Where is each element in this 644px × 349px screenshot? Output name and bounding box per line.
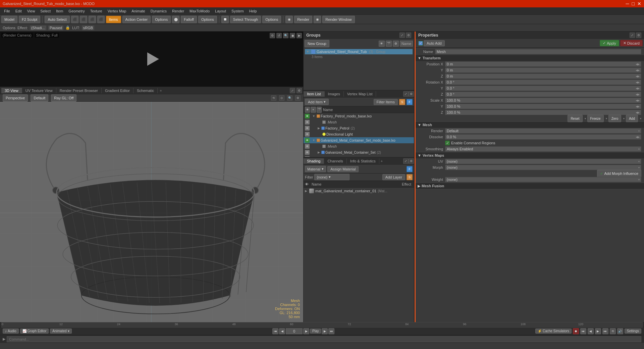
- transport-5[interactable]: ⟲: [610, 328, 616, 334]
- item-row-factory-petrol-base[interactable]: 👁 ▼ Factory_Petrol_modo_base.lxo: [304, 113, 414, 119]
- item-vis-5[interactable]: 👁: [305, 138, 310, 143]
- zero-btn[interactable]: Zero: [608, 115, 622, 122]
- play-btn[interactable]: ▶: [303, 328, 309, 334]
- add-transform-btn[interactable]: Add: [626, 115, 638, 122]
- add-layer-btn[interactable]: Add Layer: [382, 174, 405, 180]
- menu-edit[interactable]: Edit: [13, 8, 24, 14]
- item-row-mesh-1[interactable]: 👁 Mesh: [304, 119, 414, 125]
- item-vis-8[interactable]: 👁: [305, 156, 310, 157]
- menu-item[interactable]: Item: [53, 8, 66, 14]
- item-row-mesh-2[interactable]: 👁 Mesh: [304, 143, 414, 149]
- group-item[interactable]: ▼ Galvanized_Steel_Round_Tub (3) : Group: [305, 49, 413, 54]
- shading-expand-icon[interactable]: ⤢: [403, 158, 409, 164]
- render-dropdown[interactable]: Default ▾: [445, 128, 641, 134]
- transport-6[interactable]: 🔊: [617, 328, 623, 334]
- items-settings-icon[interactable]: ⚙: [409, 91, 414, 97]
- menu-vertexmap[interactable]: Vertex Map: [105, 8, 129, 14]
- shading-row-mat[interactable]: ▶ mat_Galvanized_metal_container_01 (Mat…: [304, 188, 414, 194]
- filter-dropdown[interactable]: (none) ▾: [314, 174, 349, 180]
- mesh-section-header[interactable]: ▼ Mesh: [416, 122, 644, 128]
- play-label-btn[interactable]: Play: [310, 329, 321, 334]
- tab-schematic[interactable]: Schematic: [133, 88, 158, 93]
- prev-frame-btn[interactable]: ◀: [279, 328, 285, 334]
- assign-material-btn[interactable]: Assign Material: [327, 166, 359, 172]
- tab-info-stats[interactable]: Info & Statistics: [347, 158, 379, 164]
- settings-btn[interactable]: Settings: [625, 329, 641, 334]
- tab-renderpreset[interactable]: Render Preset Browser: [56, 88, 102, 93]
- dissolve-value[interactable]: 0.0 % ◀▶: [445, 134, 641, 140]
- prev-icon-3[interactable]: 🔍: [283, 33, 288, 38]
- transport-3[interactable]: ▶: [595, 328, 601, 334]
- render-window-btn[interactable]: Render Window: [322, 16, 355, 23]
- rotation-y-value[interactable]: 0.0 ° ◀▶: [445, 86, 641, 91]
- vp-gear-icon[interactable]: ⚙: [295, 95, 301, 101]
- menu-help[interactable]: Help: [247, 8, 260, 14]
- vertex-maps-header[interactable]: ▼ Vertex Maps: [416, 152, 644, 158]
- goto-start-btn[interactable]: ⏮: [272, 328, 278, 334]
- expand-0[interactable]: ▼: [312, 114, 315, 118]
- item-row-galvanized-set[interactable]: 👁 ▶ Galvanized_Metal_Container_Set (2): [304, 149, 414, 155]
- menu-file[interactable]: File: [1, 8, 13, 14]
- audio-btn[interactable]: ♪ Audio: [3, 329, 19, 334]
- falloff-btn[interactable]: Falloff: [181, 16, 197, 23]
- tab-shading[interactable]: Shading: [304, 158, 324, 164]
- vp-search-icon[interactable]: 🔍: [287, 95, 292, 101]
- filter-items-btn[interactable]: Filter Items: [374, 99, 398, 105]
- item-vis-7[interactable]: 👁: [305, 150, 310, 155]
- expand-4[interactable]: ▼: [312, 139, 315, 142]
- maximize-btn[interactable]: □: [632, 1, 635, 6]
- transform-section-header[interactable]: ▼ Transform: [416, 55, 644, 61]
- menu-maxtomodo[interactable]: MaxToModo: [187, 8, 212, 14]
- position-z-value[interactable]: 0 m ◀▶: [445, 73, 641, 79]
- sculpt-btn[interactable]: F2 Sculpt: [19, 16, 40, 23]
- menu-animate[interactable]: Animate: [129, 8, 148, 14]
- weight-dropdown[interactable]: (none) ▾: [445, 177, 641, 182]
- groups-icon-2[interactable]: 🎬: [386, 41, 392, 47]
- transport-4[interactable]: ⏭: [602, 328, 608, 334]
- tab-itemlist[interactable]: Item List: [304, 91, 325, 97]
- scale-x-value[interactable]: 100.0 % ◀▶: [445, 98, 641, 103]
- expand-6[interactable]: ▶: [318, 151, 320, 154]
- item-vis-1[interactable]: 👁: [305, 114, 310, 118]
- menu-texture[interactable]: Texture: [88, 8, 105, 14]
- menu-render[interactable]: Render: [169, 8, 187, 14]
- auto-select-btn[interactable]: Auto Select: [45, 16, 69, 23]
- mat-expand-arrow[interactable]: ▶: [305, 189, 307, 193]
- discard-btn[interactable]: ✕ Discard: [620, 40, 643, 46]
- goto-end-btn[interactable]: ⏭: [328, 328, 334, 334]
- model-btn[interactable]: Model: [1, 16, 17, 23]
- new-group-btn[interactable]: New Group: [305, 40, 329, 47]
- smoothing-dropdown[interactable]: Always Enabled ▾: [445, 146, 641, 152]
- shading-view-btn[interactable]: Material ▾: [305, 166, 326, 172]
- item-row-dirlight-1[interactable]: 👁 Directional Light: [304, 131, 414, 137]
- transport-2[interactable]: ◀: [588, 328, 594, 334]
- mesh-fusion-header[interactable]: ▶ Mesh Fusion: [416, 183, 644, 189]
- freeze-btn[interactable]: Freeze: [587, 115, 604, 122]
- prev-icon-5[interactable]: ▶: [297, 33, 302, 38]
- position-x-value[interactable]: 0 m ◀▶: [445, 61, 641, 67]
- prev-icon-4[interactable]: ◼: [290, 33, 295, 38]
- select-options-btn[interactable]: Options: [262, 16, 281, 23]
- cache-simulators-btn[interactable]: ⚡ Cache Simulators: [535, 329, 572, 334]
- add-item-btn[interactable]: Add Item ▾: [305, 99, 329, 105]
- icon-1[interactable]: ⬛: [71, 16, 78, 23]
- item-row-dirlight-2[interactable]: 👁 Directional Light: [304, 155, 414, 157]
- add-morph-btn[interactable]: ✓ Add Morph Influence: [597, 170, 641, 177]
- tab-images[interactable]: Images: [325, 91, 344, 97]
- expand-2[interactable]: ▶: [318, 127, 320, 130]
- render-btn[interactable]: Render: [294, 16, 312, 23]
- preview-play-btn[interactable]: [143, 51, 160, 67]
- scale-y-value[interactable]: 100.0 % ◀▶: [445, 104, 641, 109]
- icon-4[interactable]: ⬛: [97, 16, 105, 23]
- menu-dynamics[interactable]: Dynamics: [148, 8, 169, 14]
- menu-system[interactable]: System: [229, 8, 247, 14]
- animated-btn[interactable]: Animated ▾: [50, 329, 71, 334]
- select-through-btn[interactable]: Select Through: [230, 16, 261, 23]
- lut-value[interactable]: sRGB: [82, 26, 94, 30]
- tab-3dview[interactable]: 3D View: [1, 88, 22, 93]
- item-row-galvanized-base[interactable]: 👁 ▼ Galvanized_Metal_Container_Set_modo_…: [304, 137, 414, 143]
- items-btn[interactable]: Items: [106, 16, 121, 23]
- graph-editor-btn[interactable]: 📈 Graph Editor: [20, 329, 49, 334]
- raygl-btn[interactable]: Ray GL: Off: [51, 94, 76, 102]
- name-input[interactable]: [435, 49, 641, 54]
